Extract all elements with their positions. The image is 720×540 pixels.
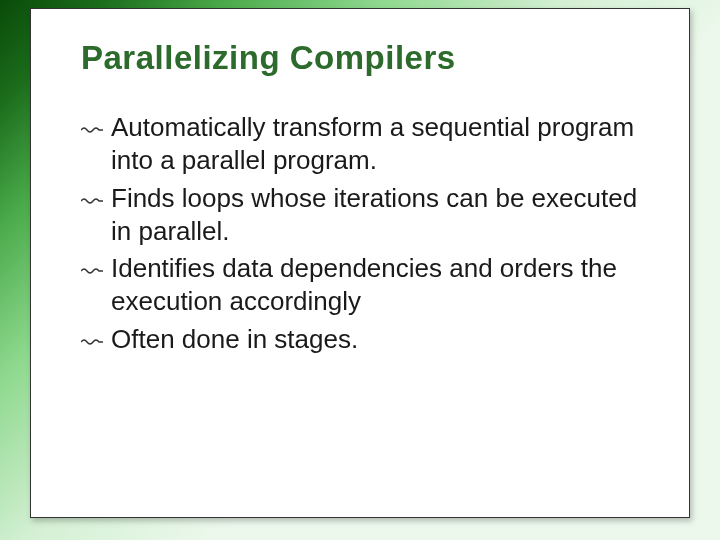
- list-item: Finds loops whose iterations can be exec…: [81, 182, 649, 249]
- list-item: Automatically transform a sequential pro…: [81, 111, 649, 178]
- slide-title: Parallelizing Compilers: [81, 39, 649, 77]
- list-item: Often done in stages.: [81, 323, 649, 356]
- slide-card: Parallelizing Compilers Automatically tr…: [30, 8, 690, 518]
- bullet-list: Automatically transform a sequential pro…: [81, 111, 649, 356]
- list-item: Identifies data dependencies and orders …: [81, 252, 649, 319]
